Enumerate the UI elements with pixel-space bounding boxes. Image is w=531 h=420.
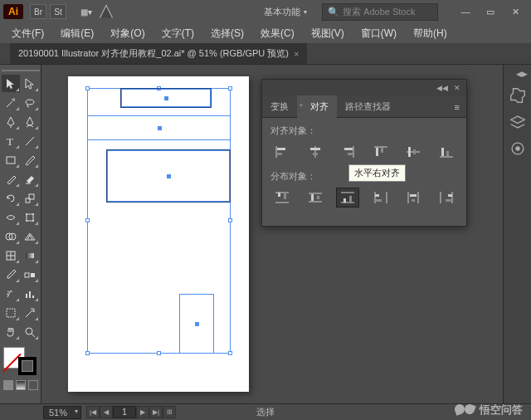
hand-tool[interactable] — [2, 323, 20, 340]
draw-inside[interactable] — [28, 380, 38, 390]
menu-window[interactable]: 窗口(W) — [353, 23, 405, 44]
eyedropper-tool[interactable] — [2, 266, 20, 283]
menu-select[interactable]: 选择(S) — [202, 23, 252, 44]
gradient-tool[interactable] — [22, 247, 40, 264]
free-transform-tool[interactable] — [22, 208, 40, 226]
tab-pathfinder[interactable]: 路径查找器 — [337, 95, 399, 118]
last-artboard-button[interactable]: ▶| — [149, 406, 163, 418]
workspace-dropdown-icon[interactable]: ▾ — [304, 8, 307, 16]
close-button[interactable]: ✕ — [503, 3, 528, 20]
zoom-tool[interactable] — [22, 323, 40, 340]
next-artboard-button[interactable]: ▶ — [136, 406, 149, 418]
tab-transform[interactable]: 变换 — [262, 95, 297, 118]
distribute-top-icon[interactable] — [270, 188, 294, 208]
layers-panel-icon[interactable] — [509, 113, 527, 131]
panel-menu-icon[interactable]: ≡ — [448, 102, 466, 112]
tooltip: 水平右对齐 — [348, 164, 406, 182]
maximize-button[interactable]: ▭ — [478, 3, 503, 20]
panel-collapse-icon[interactable]: ◀◀ — [436, 84, 448, 92]
distribute-left-icon[interactable] — [369, 188, 392, 208]
distribute-hcenter-icon[interactable] — [402, 188, 425, 208]
menu-help[interactable]: 帮助(H) — [405, 23, 455, 44]
direct-selection-tool[interactable] — [22, 75, 40, 92]
svg-point-10 — [26, 220, 27, 222]
align-top-icon[interactable] — [369, 142, 392, 162]
svg-rect-18 — [25, 273, 29, 277]
svg-point-8 — [26, 213, 27, 215]
scale-tool[interactable] — [22, 189, 40, 207]
prev-artboard-button[interactable]: ◀ — [100, 406, 113, 418]
document-tab[interactable]: 20190001 Illustrator 对齐使用教程_02.ai* @ 51%… — [10, 43, 307, 64]
menu-view[interactable]: 视图(V) — [303, 23, 353, 44]
menu-edit[interactable]: 编辑(E) — [52, 23, 102, 44]
column-graph-tool[interactable] — [22, 285, 40, 302]
curvature-tool[interactable] — [22, 113, 40, 130]
menu-file[interactable]: 文件(F) — [3, 23, 52, 44]
properties-panel-icon[interactable] — [509, 86, 527, 105]
object-rect-1[interactable] — [120, 88, 212, 108]
paintbrush-tool[interactable] — [22, 151, 40, 168]
tab-close-icon[interactable]: × — [294, 49, 299, 59]
align-bottom-icon[interactable] — [435, 142, 458, 162]
line-tool[interactable] — [22, 132, 40, 149]
arrange-docs-icon[interactable]: ▦▾ — [78, 4, 95, 19]
menu-effect[interactable]: 效果(C) — [252, 23, 303, 44]
align-left-icon[interactable] — [270, 142, 294, 162]
eraser-tool[interactable] — [22, 170, 40, 188]
symbol-sprayer-tool[interactable] — [2, 285, 20, 302]
draw-behind[interactable] — [16, 380, 26, 390]
svg-rect-69 — [446, 199, 452, 202]
lasso-tool[interactable] — [22, 94, 40, 111]
rectangle-tool[interactable] — [2, 151, 20, 168]
panel-close-icon[interactable]: ✕ — [451, 84, 463, 92]
align-hcenter-icon[interactable] — [304, 142, 327, 162]
tab-align[interactable]: 对齐 — [297, 95, 337, 118]
artboard-number[interactable]: 1 — [113, 406, 136, 418]
minimize-button[interactable]: — — [453, 3, 478, 20]
type-tool[interactable]: T — [2, 132, 20, 149]
svg-rect-44 — [441, 148, 444, 156]
distribute-bottom-icon[interactable] — [336, 188, 359, 208]
svg-rect-38 — [376, 148, 378, 156]
svg-rect-64 — [410, 194, 417, 197]
document-tab-title: 20190001 Illustrator 对齐使用教程_02.ai* @ 51%… — [18, 47, 289, 60]
libraries-panel-icon[interactable] — [509, 139, 527, 158]
slice-tool[interactable] — [22, 304, 40, 321]
menu-object[interactable]: 对象(O) — [102, 23, 153, 44]
artboard-nav-icon[interactable]: ⊞ — [163, 406, 176, 418]
shaper-tool[interactable] — [2, 170, 20, 188]
svg-rect-49 — [284, 193, 286, 199]
rotate-tool[interactable] — [2, 189, 20, 207]
object-rect-4[interactable] — [179, 294, 214, 354]
mesh-tool[interactable] — [2, 247, 20, 264]
align-right-icon[interactable] — [336, 142, 359, 162]
bridge-icon[interactable]: Br — [30, 4, 46, 19]
selection-tool[interactable] — [2, 75, 20, 92]
stroke-color[interactable] — [18, 357, 37, 375]
perspective-grid-tool[interactable] — [22, 227, 40, 245]
distribute-right-icon[interactable] — [435, 188, 458, 208]
strip-collapse-icon[interactable]: ◀▶ — [516, 70, 528, 78]
menu-type[interactable]: 文字(T) — [153, 23, 202, 44]
distribute-vcenter-icon[interactable] — [304, 188, 327, 208]
magic-wand-tool[interactable] — [2, 94, 20, 111]
stock-icon[interactable]: St — [50, 4, 66, 19]
draw-normal[interactable] — [3, 380, 13, 390]
zoom-level[interactable]: 51% — [43, 406, 81, 419]
workspace-label[interactable]: 基本功能 — [264, 6, 300, 18]
align-vcenter-icon[interactable] — [402, 142, 425, 162]
object-rect-2[interactable] — [87, 115, 231, 140]
shape-builder-tool[interactable] — [2, 227, 20, 245]
object-rect-3[interactable] — [106, 149, 231, 203]
search-box[interactable]: 🔍 搜索 Adobe Stock — [322, 3, 438, 21]
blend-tool[interactable] — [22, 266, 40, 283]
watermark-text: 悟空问答 — [480, 403, 523, 418]
pen-tool[interactable] — [2, 113, 20, 130]
width-tool[interactable] — [2, 208, 20, 226]
fill-stroke-swatch[interactable] — [2, 345, 38, 377]
panel-grip[interactable] — [2, 70, 40, 71]
first-artboard-button[interactable]: |◀ — [86, 406, 100, 418]
gpu-icon[interactable] — [98, 4, 114, 19]
svg-rect-23 — [7, 309, 15, 317]
artboard-tool[interactable] — [2, 304, 20, 321]
